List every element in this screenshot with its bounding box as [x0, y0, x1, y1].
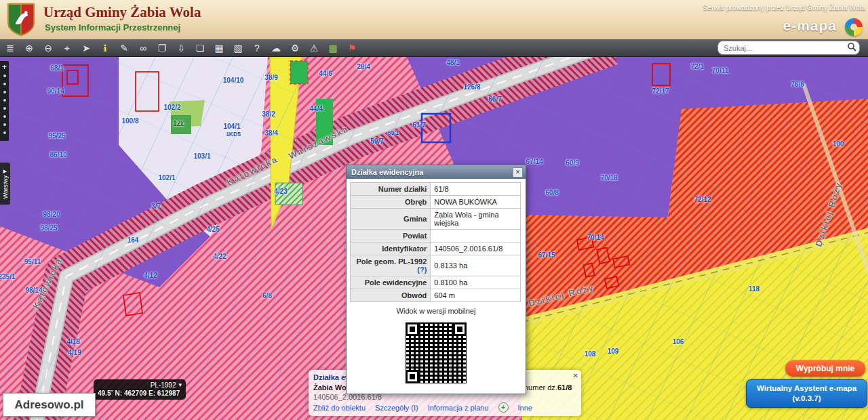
select-pointer-icon[interactable]: ➤: [80, 41, 92, 55]
coat-of-arms: [7, 2, 35, 37]
assistant-label: Wirtualny Asystent e-mapa: [757, 383, 856, 394]
close-icon[interactable]: ✕: [513, 167, 523, 177]
zoom-in-icon[interactable]: ⊕: [23, 41, 35, 55]
layers-panel-tab[interactable]: ▶ Warstwy: [0, 163, 10, 205]
qr-code: [403, 320, 469, 385]
popup-row: ObrębNOWA BUKÓWKA: [351, 196, 521, 209]
legend-icon[interactable]: ▩: [327, 41, 339, 55]
popup-titlebar[interactable]: Działka ewidencyjna ✕: [347, 165, 526, 179]
app-subtitle: System Informacji Przestrzennej: [45, 22, 180, 33]
popup-row: GminaŻabia Wola - gmina wiejska: [351, 209, 521, 230]
emapa-logo-icon: [845, 18, 863, 36]
virtual-assistant-button[interactable]: Wirtualny Asystent e-mapa (v.0.3.7): [746, 379, 867, 408]
parcel-attributes-table: Numer działki61/8ObrębNOWA BUKÓWKAGminaŻ…: [350, 182, 521, 302]
app-title: Urząd Gminy Żabia Wola: [43, 4, 201, 21]
upload-cloud-icon[interactable]: ☁: [270, 41, 282, 55]
layers-tab-label: Warstwy: [2, 175, 9, 198]
header: Urząd Gminy Żabia Wola System Informacji…: [0, 0, 868, 40]
help-icon[interactable]: ?: [251, 41, 263, 55]
panels-icon[interactable]: ▦: [213, 41, 225, 55]
zoom-slider[interactable]: +: [0, 61, 9, 141]
other-link[interactable]: Inne: [518, 404, 532, 412]
result-actions: Zbliż do obiektu Szczegóły (I) Informacj…: [313, 402, 532, 413]
coordinate-widget: PL-1992 ▾ 49.5˝ N: 462709 E: 612987: [94, 379, 186, 400]
search-icon[interactable]: [847, 42, 856, 51]
popup-row: Pole ewidencyjne0.8100 ha: [351, 276, 521, 289]
zoom-extent-icon[interactable]: ⌖: [61, 41, 73, 55]
identify-info-icon[interactable]: ℹ: [99, 41, 111, 55]
result-parcel-note: numer dz.61/8: [524, 383, 572, 392]
zoom-plus-icon[interactable]: +: [2, 62, 7, 72]
measure-icon[interactable]: ✎: [118, 41, 130, 55]
service-note: Serwis prowadzony przez Urząd Gminy Żabi…: [703, 3, 865, 12]
search-input[interactable]: [717, 41, 860, 55]
popup-row: Numer działki61/8: [351, 183, 521, 196]
popup-row: Identyfikator140506_2.0016.61/8: [351, 243, 521, 255]
popup-row: Pole geom. PL-1992 (?)0.8133 ha: [351, 255, 521, 276]
partner-logo[interactable]: Adresowo.pl: [3, 393, 96, 417]
settings-icon[interactable]: ⚙: [289, 41, 301, 55]
details-link[interactable]: Szczegóły (I): [375, 404, 418, 412]
toolbar-icons: ≣⊕⊖⌖➤ℹ✎∞❐⇩❏▦▧?☁⚙⚠▩⚑: [4, 41, 358, 55]
zoom-out-icon[interactable]: ⊖: [42, 41, 54, 55]
toolbar: ≣⊕⊖⌖➤ℹ✎∞❐⇩❏▦▧?☁⚙⚠▩⚑: [0, 39, 868, 57]
messages-icon[interactable]: ⚠: [308, 41, 320, 55]
search-wrap: [717, 41, 860, 55]
street-view-pin-icon[interactable]: ⚑: [346, 41, 358, 55]
close-icon[interactable]: ✕: [573, 372, 578, 379]
add-icon[interactable]: +: [498, 402, 509, 413]
layers-icon[interactable]: ≣: [4, 41, 16, 55]
plan-info-link[interactable]: Informacja z planu: [428, 404, 489, 412]
popup-row: Obwód604 m: [351, 289, 521, 302]
basemaps-icon[interactable]: ▧: [232, 41, 244, 55]
chevron-down-icon[interactable]: ▾: [178, 381, 182, 388]
mouse-coordinates: 49.5˝ N: 462709 E: 612987: [98, 390, 180, 397]
chevron-right-icon: ▶: [3, 169, 7, 174]
emapa-brand: e-mapa: [783, 18, 837, 34]
parcel-popup: Działka ewidencyjna ✕ Numer działki61/8O…: [346, 165, 526, 394]
field-help-link[interactable]: (?): [417, 266, 427, 274]
print-icon[interactable]: ❐: [156, 41, 168, 55]
popup-row: Powiat: [351, 230, 521, 243]
download-icon[interactable]: ⇩: [175, 41, 187, 55]
mobile-version-link[interactable]: Widok w wersji mobilnej: [347, 307, 526, 315]
export-view-icon[interactable]: ❏: [194, 41, 206, 55]
assistant-version: (v.0.3.7): [793, 394, 821, 404]
try-me-button[interactable]: Wypróbuj mnie: [785, 360, 865, 377]
crs-label: PL-1992: [151, 381, 176, 389]
popup-title: Działka ewidencyjna: [351, 168, 513, 176]
share-link-icon[interactable]: ∞: [137, 41, 149, 55]
zoom-to-object-link[interactable]: Zbliż do obiektu: [313, 404, 366, 412]
